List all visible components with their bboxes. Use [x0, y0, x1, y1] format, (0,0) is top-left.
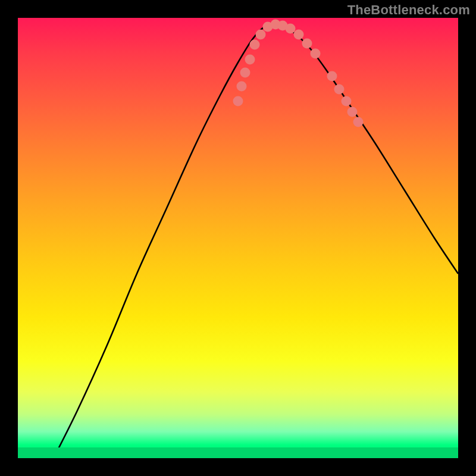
marker-dot [334, 84, 345, 95]
marker-dot [294, 30, 304, 40]
marker-dot [347, 107, 358, 117]
marker-dot [327, 71, 337, 82]
chart-frame: TheBottleneck.com [0, 0, 476, 476]
marker-group [233, 20, 364, 127]
bottom-green-strip [18, 447, 458, 458]
plot-area [18, 18, 458, 458]
marker-dot [286, 24, 296, 34]
marker-dot [311, 49, 321, 59]
marker-dot [342, 96, 352, 107]
marker-dot [233, 96, 243, 107]
marker-dot [250, 40, 260, 50]
marker-dot [302, 39, 312, 49]
marker-dot [353, 117, 364, 127]
curve-svg [18, 18, 458, 458]
marker-dot [240, 68, 250, 78]
marker-dot [237, 82, 247, 92]
watermark-text: TheBottleneck.com [347, 2, 470, 18]
marker-dot [256, 30, 266, 40]
bottleneck-curve [54, 24, 458, 458]
marker-dot [245, 55, 255, 65]
